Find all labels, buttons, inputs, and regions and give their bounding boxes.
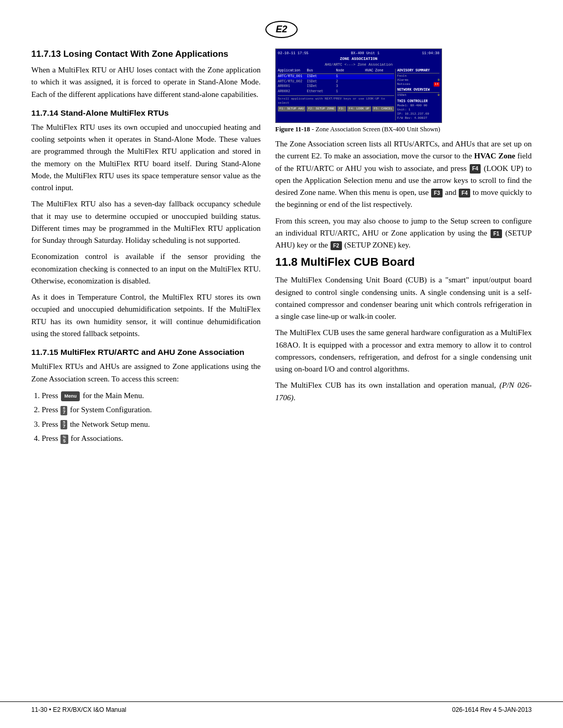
terminal-body: Application Bus Node HVAC Zone ARTC/RTU_… <box>278 69 439 120</box>
step-4-suffix: for Associations. <box>70 434 123 442</box>
section-11-8-para3: The MultiFlex CUB has its own installati… <box>275 379 532 404</box>
section-11-7-14-heading: 11.7.14 Stand-Alone MultiFlex RTUs <box>31 108 261 118</box>
col-hvac-zone: HVAC Zone <box>365 69 394 73</box>
right-column: 02-10-11 17:55 BX-400 Unit 1 11:04:38 ZO… <box>275 48 532 450</box>
advisory-title: ADVISORY SUMMARY <box>397 69 439 73</box>
step-3-prefix: Press <box>42 420 60 428</box>
step-1: Press Menu for the Main Menu. <box>42 389 261 403</box>
section-11-8-para1: The MultiFlex Condensing Unit Board (CUB… <box>275 274 532 323</box>
figure-11-18-container: 02-10-11 17:55 BX-400 Unit 1 11:04:38 ZO… <box>275 48 532 134</box>
network-title: NETWORK OVERVIEW <box>397 88 439 93</box>
terminal-title: ZONE ASSOCIATION <box>278 57 439 62</box>
step-2: Press 67 for System Configuration. <box>42 403 261 417</box>
col-application: Application <box>278 69 307 73</box>
key-5-7: 57 <box>60 420 67 429</box>
section-11-8-heading: 11.8 MultiFlex CUB Board <box>275 255 532 269</box>
terminal-row-3: AR0001 ISDet 3 <box>278 84 394 89</box>
two-column-layout: 11.7.13 Losing Contact With Zone Applica… <box>31 48 532 450</box>
menu-key: Menu <box>61 391 80 401</box>
advisory-summary: ADVISORY SUMMARY Fails Alarms0 Notices14 <box>397 69 439 87</box>
e2-logo: E2 <box>265 21 298 38</box>
terminal-header: 02-10-11 17:55 BX-400 Unit 1 11:04:38 <box>278 51 439 56</box>
f1-key: F1 <box>491 229 502 239</box>
terminal-unit: BX-400 Unit 1 <box>351 51 380 56</box>
right-para-1: The Zone Association screen lists all RT… <box>275 138 532 211</box>
advisory-alarms: Alarms0 <box>397 78 439 82</box>
key-pct-5: %5 <box>60 435 68 444</box>
terminal-col-headers: Application Bus Node HVAC Zone <box>278 69 394 74</box>
figure-caption-bold: Figure 11-18 <box>275 126 310 133</box>
section-11-7-14-para3: Economization control is available if th… <box>31 251 261 287</box>
terminal-fn-row: F1: SETUP AHU F2: SETUP ZONE F3: F4: LOO… <box>278 106 394 112</box>
step-4-prefix: Press <box>42 434 60 442</box>
advisory-fails: Fails <box>397 74 439 78</box>
col-bus: Bus <box>307 69 336 73</box>
left-column: 11.7.13 Losing Contact With Zone Applica… <box>31 48 261 450</box>
section-11-8-para2: The MultiFlex CUB uses the same general … <box>275 327 532 375</box>
section-11-7-15-para1: MultiFlex RTUs and AHUs are assigned to … <box>31 361 261 385</box>
step-2-suffix: for System Configuration. <box>70 405 152 414</box>
right-para-2: From this screen, you may also choose to… <box>275 215 532 252</box>
f4-key-2: F4 <box>459 189 470 198</box>
fn-btn-5: F5: CANCEL <box>372 106 394 112</box>
section-11-7-13-heading: 11.7.13 Losing Contact With Zone Applica… <box>31 48 261 60</box>
section-11-7-13-para1: When a MultiFlex RTU or AHU loses contac… <box>31 64 261 101</box>
top-logo: E2 <box>31 21 532 38</box>
terminal-row-1: ARTC/RTU_001 ISDet 1 <box>278 75 394 79</box>
terminal-main: Application Bus Node HVAC Zone ARTC/RTU_… <box>278 69 394 120</box>
terminal-row-2: ARTC/RTU_002 ISDet 2 <box>278 80 394 84</box>
terminal-scroll-hint: Scroll applications with NEXT/PREV keys … <box>278 97 394 105</box>
figure-caption-text: - Zone Association Screen (BX-400 Unit S… <box>310 126 440 133</box>
terminal-footer: Scroll applications with NEXT/PREV keys … <box>278 95 394 111</box>
section-11-7-14-para4: As it does in Temperature Control, the M… <box>31 291 261 340</box>
advisory-notices: Notices14 <box>397 82 439 87</box>
terminal-sidebar: ADVISORY SUMMARY Fails Alarms0 Notices14 <box>395 69 439 120</box>
controller-info: THIS CONTROLLER Model: BX-400 00 Unit: 1… <box>397 100 439 120</box>
fn-btn-3: F3: <box>337 106 346 112</box>
f4-key-1: F4 <box>470 164 481 174</box>
terminal-date: 02-10-11 17:55 <box>278 51 309 56</box>
section-11-7-14-para2: The MultiFlex RTU also has a seven-day f… <box>31 198 261 246</box>
fn-btn-1: F1: SETUP AHU <box>278 106 305 112</box>
step-1-suffix: for the Main Menu. <box>83 391 144 400</box>
page-footer: 11-30 • E2 RX/BX/CX I&O Manual 026-1614 … <box>0 701 563 718</box>
controller-title: THIS CONTROLLER <box>397 100 439 104</box>
f3-key: F3 <box>431 189 443 198</box>
step-3-suffix: the Network Setup menu. <box>70 420 150 428</box>
step-1-prefix: Press <box>42 391 60 400</box>
network-overview: NETWORK OVERVIEW ISDet0 <box>397 88 439 97</box>
footer-left: 11-30 • E2 RX/BX/CX I&O Manual <box>31 706 126 713</box>
step-4: Press %5 for Associations. <box>42 432 261 446</box>
zone-association-steps: Press Menu for the Main Menu. Press 67 f… <box>42 389 261 446</box>
network-isdet: ISDet0 <box>397 93 439 97</box>
hvac-zone-bold: HVAC Zone <box>474 152 516 160</box>
terminal-time: 11:04:38 <box>422 51 439 56</box>
terminal-row-4: AR0002 Ethernet 1 <box>278 90 394 94</box>
col-node: Node <box>336 69 365 73</box>
f2-key: F2 <box>331 241 342 251</box>
terminal-screen: 02-10-11 17:55 BX-400 Unit 1 11:04:38 ZO… <box>275 48 442 123</box>
fn-btn-2: F2: SETUP ZONE <box>307 106 336 112</box>
step-2-prefix: Press <box>42 405 60 414</box>
page-container: E2 11.7.13 Losing Contact With Zone Appl… <box>0 0 563 728</box>
fn-btn-4: F4: LOOK UP <box>347 106 371 112</box>
figure-caption: Figure 11-18 - Zone Association Screen (… <box>275 125 532 134</box>
step-3: Press 57 the Network Setup menu. <box>42 418 261 431</box>
section-11-7-15-heading: 11.7.15 MultiFlex RTU/ARTC and AHU Zone … <box>31 347 261 357</box>
terminal-subtitle: AHU/ARTC <---> Zone Association <box>278 63 439 67</box>
part-number: (P/N 026-1706) <box>275 381 532 401</box>
key-6-7: 67 <box>60 406 67 415</box>
footer-right: 026-1614 Rev 4 5-JAN-2013 <box>452 706 532 713</box>
section-11-7-14-para1: The MultiFlex RTU uses its own occupied … <box>31 121 261 194</box>
